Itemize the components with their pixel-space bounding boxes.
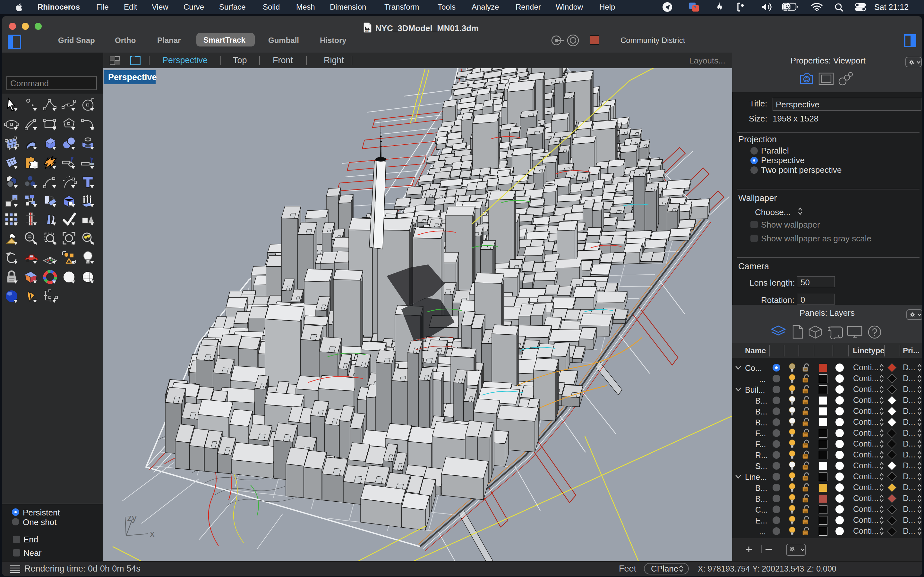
svg-text:zy: zy: [127, 512, 137, 523]
svg-text:x: x: [150, 528, 155, 539]
svg-text:3dm: 3dm: [365, 30, 369, 32]
